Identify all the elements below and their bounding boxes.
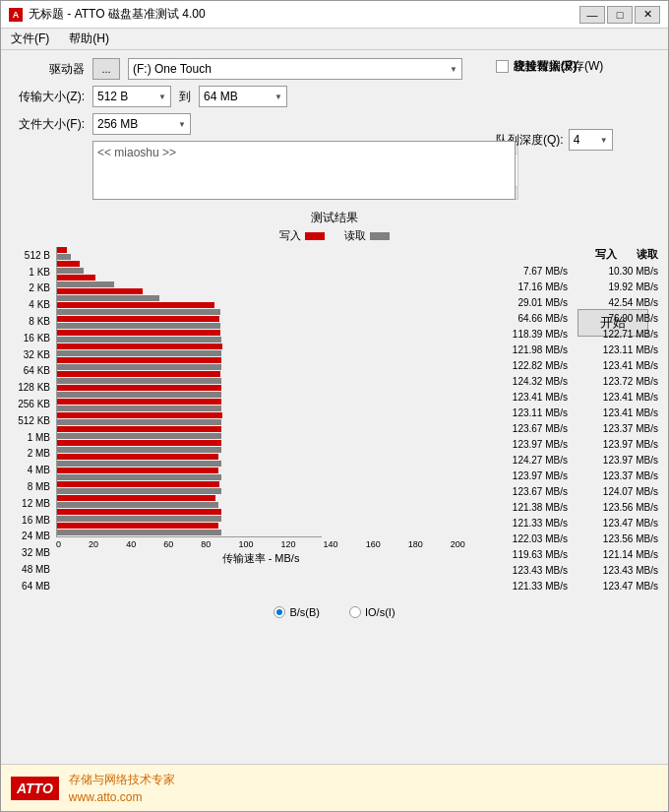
transfer-to-select[interactable]: 64 MB ▼: [199, 86, 287, 107]
transfer-to-label: 到: [179, 89, 191, 105]
x-axis: 020406080100120140160180200: [56, 537, 465, 549]
close-button[interactable]: ✕: [635, 6, 660, 24]
read-col-header: 读取: [637, 247, 658, 262]
chart-row-labels: 512 B1 KB2 KB4 KB8 KB16 KB32 KB64 KB128 …: [11, 247, 50, 594]
result-row: 124.32 MB/s123.72 MB/s: [471, 374, 658, 390]
drive-label: 驱动器: [11, 61, 85, 78]
result-read-value: 121.14 MB/s: [572, 547, 658, 563]
write-bar: [57, 302, 214, 308]
chart-container: 512 B1 KB2 KB4 KB8 KB16 KB32 KB64 KB128 …: [11, 247, 658, 594]
read-bar: [57, 392, 221, 398]
read-bar: [57, 281, 114, 287]
result-write-value: 122.82 MB/s: [481, 358, 568, 374]
chart-section: 测试结果 写入 读取 512 B1 KB2 KB4 KB8 KB16 KB32 …: [11, 210, 658, 594]
bar-pair: [57, 371, 322, 384]
x-axis-tick: 120: [280, 539, 295, 549]
transfer-size-row: 传输大小(Z): 512 B ▼ 到 64 MB ▼ 绕过写入缓存(W): [11, 86, 658, 107]
result-row: 121.98 MB/s123.11 MB/s: [471, 343, 658, 358]
transfer-from-select[interactable]: 512 B ▼: [92, 86, 171, 107]
bottom-radio-group: B/s(B) IO/s(I): [11, 606, 658, 618]
app-icon: A: [9, 8, 23, 22]
filesize-select[interactable]: 256 MB ▼: [92, 113, 191, 135]
bs-radio-label: B/s(B): [289, 606, 320, 618]
queue-arrow: ▼: [600, 136, 608, 145]
menu-bar: 文件(F) 帮助(H): [1, 29, 668, 50]
write-legend-label: 写入: [279, 228, 301, 243]
browse-button[interactable]: ...: [92, 58, 120, 80]
read-bar: [57, 268, 84, 274]
read-bar: [57, 488, 221, 494]
window-controls: — □ ✕: [579, 6, 660, 24]
chart-row-label: 512 KB: [11, 412, 50, 428]
bar-pair: [57, 385, 322, 398]
result-read-value: 123.41 MB/s: [572, 390, 658, 406]
chart-row-label: 8 MB: [11, 479, 50, 495]
drive-select[interactable]: (F:) One Touch ▼: [128, 58, 462, 80]
chart-row-label: 2 MB: [11, 446, 50, 462]
write-bar: [57, 288, 143, 294]
x-axis-tick: 160: [366, 539, 381, 549]
footer-line1: 存储与网络技术专家: [69, 771, 175, 788]
chart-row-label: 256 KB: [11, 397, 50, 412]
file-menu[interactable]: 文件(F): [7, 30, 53, 48]
write-bar: [57, 261, 80, 267]
help-menu[interactable]: 帮助(H): [65, 30, 113, 48]
result-read-value: 123.11 MB/s: [572, 343, 658, 358]
x-axis-tick: 0: [56, 539, 61, 549]
ios-radio[interactable]: [349, 606, 361, 618]
read-bar: [57, 447, 221, 453]
result-read-value: 123.43 MB/s: [572, 563, 658, 579]
verify-data-checkbox[interactable]: [496, 60, 509, 73]
description-wrapper: << miaoshu >>: [92, 141, 511, 200]
write-col-header: 写入: [595, 247, 617, 262]
ios-radio-item[interactable]: IO/s(I): [349, 606, 395, 618]
verify-data-row: 校验数据(V): [496, 58, 658, 75]
maximize-button[interactable]: □: [607, 6, 633, 24]
result-write-value: 123.43 MB/s: [481, 563, 568, 579]
x-axis-tick: 60: [163, 539, 173, 549]
read-bar: [57, 406, 221, 411]
result-write-value: 123.97 MB/s: [481, 468, 568, 484]
result-row: 122.03 MB/s123.56 MB/s: [471, 531, 658, 547]
queue-select[interactable]: 4 ▼: [569, 129, 613, 151]
result-row: 122.82 MB/s123.41 MB/s: [471, 358, 658, 374]
result-read-value: 19.92 MB/s: [572, 280, 658, 295]
result-read-value: 10.30 MB/s: [572, 264, 658, 280]
bs-radio-item[interactable]: B/s(B): [274, 606, 320, 618]
result-row: 123.43 MB/s123.43 MB/s: [471, 563, 658, 579]
filesize-arrow: ▼: [178, 120, 186, 129]
result-read-value: 76.90 MB/s: [572, 311, 658, 327]
result-write-value: 119.63 MB/s: [481, 547, 568, 563]
chart-legend: 写入 读取: [11, 228, 658, 243]
bar-chart-area: 020406080100120140160180200 传输速率 - MB/s: [56, 247, 465, 594]
chart-row-label: 1 KB: [11, 264, 50, 280]
content-area: 驱动器 ... (F:) One Touch ▼ 直接传输(R). 传输大小(Z…: [1, 50, 668, 764]
result-read-value: 123.47 MB/s: [572, 516, 658, 531]
x-axis-tick: 180: [408, 539, 423, 549]
x-axis-tick: 100: [238, 539, 253, 549]
read-bar: [57, 323, 220, 329]
footer-text: 存储与网络技术专家 www.atto.com: [69, 771, 175, 806]
result-row: 29.01 MB/s42.54 MB/s: [471, 295, 658, 311]
bar-pair: [57, 316, 322, 329]
write-bar: [57, 495, 215, 501]
result-read-value: 123.37 MB/s: [572, 468, 658, 484]
chart-row-label: 4 KB: [11, 297, 50, 313]
result-write-value: 121.33 MB/s: [481, 579, 568, 594]
bs-radio[interactable]: [274, 606, 285, 618]
bar-pair: [57, 468, 322, 480]
form-section: 驱动器 ... (F:) One Touch ▼ 直接传输(R). 传输大小(Z…: [11, 58, 658, 200]
result-write-value: 124.27 MB/s: [481, 453, 568, 468]
read-bar: [57, 378, 221, 384]
minimize-button[interactable]: —: [579, 6, 605, 24]
queue-row-inner: 队列深度(Q): 4 ▼: [496, 129, 658, 151]
write-bar: [57, 509, 221, 515]
result-write-value: 64.66 MB/s: [481, 311, 568, 327]
description-box[interactable]: << miaoshu >>: [92, 141, 516, 200]
write-legend-color: [305, 232, 325, 240]
write-bar: [57, 357, 221, 363]
result-write-value: 118.39 MB/s: [481, 327, 568, 343]
chart-row-label: 16 MB: [11, 512, 50, 528]
result-read-value: 124.07 MB/s: [572, 484, 658, 500]
write-bar: [57, 454, 218, 460]
